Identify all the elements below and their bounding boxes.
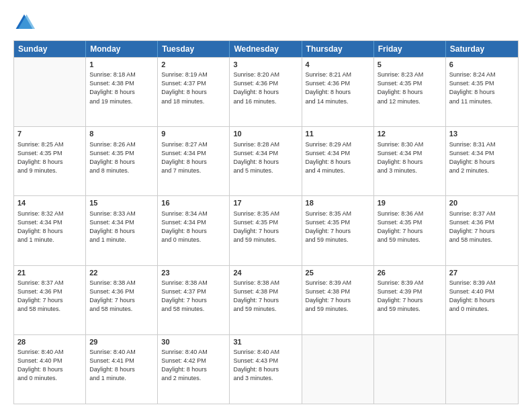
day-number: 19 (378, 198, 442, 208)
week-row-4: 28Sunrise: 8:40 AMSunset: 4:40 PMDayligh… (14, 334, 518, 404)
cal-cell (374, 335, 446, 404)
cell-info: Sunrise: 8:39 AMSunset: 4:40 PMDaylight:… (449, 279, 515, 314)
cell-info: Sunrise: 8:31 AMSunset: 4:34 PMDaylight:… (449, 140, 515, 175)
cal-cell: 19Sunrise: 8:36 AMSunset: 4:35 PMDayligh… (374, 196, 446, 265)
cell-info: Sunrise: 8:27 AMSunset: 4:34 PMDaylight:… (161, 140, 226, 175)
day-number: 8 (89, 129, 154, 139)
cal-cell: 9Sunrise: 8:27 AMSunset: 4:34 PMDaylight… (158, 127, 230, 195)
cell-info: Sunrise: 8:25 AMSunset: 4:35 PMDaylight:… (17, 140, 82, 175)
logo-icon (13, 12, 35, 34)
cell-info: Sunrise: 8:33 AMSunset: 4:34 PMDaylight:… (89, 210, 154, 244)
cal-cell: 23Sunrise: 8:38 AMSunset: 4:37 PMDayligh… (158, 266, 230, 334)
week-row-0: 1Sunrise: 8:18 AMSunset: 4:38 PMDaylight… (14, 57, 518, 126)
cal-cell: 4Sunrise: 8:21 AMSunset: 4:36 PMDaylight… (302, 58, 374, 126)
cell-info: Sunrise: 8:26 AMSunset: 4:35 PMDaylight:… (89, 140, 154, 175)
header-day-tuesday: Tuesday (158, 41, 230, 57)
day-number: 21 (17, 268, 82, 278)
cell-info: Sunrise: 8:18 AMSunset: 4:38 PMDaylight:… (89, 71, 154, 105)
cell-info: Sunrise: 8:21 AMSunset: 4:36 PMDaylight:… (306, 71, 370, 105)
day-number: 28 (17, 337, 82, 347)
cal-cell: 12Sunrise: 8:30 AMSunset: 4:34 PMDayligh… (374, 127, 446, 195)
week-row-1: 7Sunrise: 8:25 AMSunset: 4:35 PMDaylight… (14, 126, 518, 195)
day-number: 11 (306, 129, 370, 139)
cal-cell: 30Sunrise: 8:40 AMSunset: 4:42 PMDayligh… (158, 335, 230, 404)
cal-cell: 11Sunrise: 8:29 AMSunset: 4:34 PMDayligh… (302, 127, 374, 195)
cell-info: Sunrise: 8:37 AMSunset: 4:36 PMDaylight:… (449, 210, 515, 244)
cell-info: Sunrise: 8:29 AMSunset: 4:34 PMDaylight:… (306, 140, 370, 175)
day-number: 14 (17, 198, 82, 208)
day-number: 17 (233, 198, 298, 208)
day-number: 7 (17, 129, 82, 139)
day-number: 9 (161, 129, 226, 139)
cell-info: Sunrise: 8:38 AMSunset: 4:37 PMDaylight:… (161, 279, 226, 314)
week-row-3: 21Sunrise: 8:37 AMSunset: 4:36 PMDayligh… (14, 265, 518, 334)
header-day-wednesday: Wednesday (230, 41, 302, 57)
cell-info: Sunrise: 8:34 AMSunset: 4:34 PMDaylight:… (161, 210, 226, 244)
cell-info: Sunrise: 8:38 AMSunset: 4:36 PMDaylight:… (89, 279, 154, 314)
logo (13, 12, 38, 34)
cal-cell: 2Sunrise: 8:19 AMSunset: 4:37 PMDaylight… (158, 58, 230, 126)
cell-info: Sunrise: 8:38 AMSunset: 4:38 PMDaylight:… (233, 279, 298, 314)
day-number: 22 (89, 268, 154, 278)
day-number: 4 (306, 60, 370, 70)
cell-info: Sunrise: 8:36 AMSunset: 4:35 PMDaylight:… (378, 210, 442, 244)
cal-cell: 22Sunrise: 8:38 AMSunset: 4:36 PMDayligh… (86, 266, 158, 334)
cal-cell: 28Sunrise: 8:40 AMSunset: 4:40 PMDayligh… (14, 335, 86, 404)
cal-cell: 16Sunrise: 8:34 AMSunset: 4:34 PMDayligh… (158, 196, 230, 265)
cell-info: Sunrise: 8:40 AMSunset: 4:43 PMDaylight:… (233, 348, 298, 383)
cell-info: Sunrise: 8:40 AMSunset: 4:41 PMDaylight:… (89, 348, 154, 383)
calendar-body: 1Sunrise: 8:18 AMSunset: 4:38 PMDaylight… (14, 57, 518, 404)
cal-cell: 31Sunrise: 8:40 AMSunset: 4:43 PMDayligh… (230, 335, 302, 404)
cell-info: Sunrise: 8:37 AMSunset: 4:36 PMDaylight:… (17, 279, 82, 314)
cal-cell (302, 335, 374, 404)
cal-cell: 29Sunrise: 8:40 AMSunset: 4:41 PMDayligh… (86, 335, 158, 404)
day-number: 13 (449, 129, 515, 139)
day-number: 26 (378, 268, 442, 278)
cell-info: Sunrise: 8:32 AMSunset: 4:34 PMDaylight:… (17, 210, 82, 244)
cal-cell: 18Sunrise: 8:35 AMSunset: 4:35 PMDayligh… (302, 196, 374, 265)
header-day-thursday: Thursday (302, 41, 374, 57)
cell-info: Sunrise: 8:30 AMSunset: 4:34 PMDaylight:… (378, 140, 442, 175)
cell-info: Sunrise: 8:40 AMSunset: 4:40 PMDaylight:… (17, 348, 82, 383)
day-number: 6 (449, 60, 515, 70)
cell-info: Sunrise: 8:35 AMSunset: 4:35 PMDaylight:… (306, 210, 370, 244)
cell-info: Sunrise: 8:40 AMSunset: 4:42 PMDaylight:… (161, 348, 226, 383)
cal-cell: 6Sunrise: 8:24 AMSunset: 4:35 PMDaylight… (446, 58, 518, 126)
cal-cell: 10Sunrise: 8:28 AMSunset: 4:34 PMDayligh… (230, 127, 302, 195)
week-row-2: 14Sunrise: 8:32 AMSunset: 4:34 PMDayligh… (14, 195, 518, 265)
cal-cell: 20Sunrise: 8:37 AMSunset: 4:36 PMDayligh… (446, 196, 518, 265)
day-number: 12 (378, 129, 442, 139)
day-number: 30 (161, 337, 226, 347)
header-day-sunday: Sunday (14, 41, 86, 57)
cell-info: Sunrise: 8:35 AMSunset: 4:35 PMDaylight:… (233, 210, 298, 244)
cal-cell: 14Sunrise: 8:32 AMSunset: 4:34 PMDayligh… (14, 196, 86, 265)
cal-cell: 3Sunrise: 8:20 AMSunset: 4:36 PMDaylight… (230, 58, 302, 126)
day-number: 1 (89, 60, 154, 70)
cell-info: Sunrise: 8:23 AMSunset: 4:35 PMDaylight:… (378, 71, 442, 105)
cal-cell: 7Sunrise: 8:25 AMSunset: 4:35 PMDaylight… (14, 127, 86, 195)
day-number: 16 (161, 198, 226, 208)
cal-cell (14, 58, 86, 126)
calendar-header: SundayMondayTuesdayWednesdayThursdayFrid… (14, 41, 518, 57)
day-number: 20 (449, 198, 515, 208)
cal-cell: 25Sunrise: 8:39 AMSunset: 4:38 PMDayligh… (302, 266, 374, 334)
day-number: 3 (233, 60, 298, 70)
cal-cell: 15Sunrise: 8:33 AMSunset: 4:34 PMDayligh… (86, 196, 158, 265)
page: SundayMondayTuesdayWednesdayThursdayFrid… (0, 0, 532, 411)
cal-cell: 1Sunrise: 8:18 AMSunset: 4:38 PMDaylight… (86, 58, 158, 126)
cal-cell: 5Sunrise: 8:23 AMSunset: 4:35 PMDaylight… (374, 58, 446, 126)
cell-info: Sunrise: 8:19 AMSunset: 4:37 PMDaylight:… (161, 71, 226, 105)
day-number: 18 (306, 198, 370, 208)
day-number: 24 (233, 268, 298, 278)
cell-info: Sunrise: 8:28 AMSunset: 4:34 PMDaylight:… (233, 140, 298, 175)
cell-info: Sunrise: 8:39 AMSunset: 4:38 PMDaylight:… (306, 279, 370, 314)
day-number: 31 (233, 337, 298, 347)
day-number: 5 (378, 60, 442, 70)
day-number: 2 (161, 60, 226, 70)
day-number: 29 (89, 337, 154, 347)
cal-cell: 13Sunrise: 8:31 AMSunset: 4:34 PMDayligh… (446, 127, 518, 195)
cal-cell: 21Sunrise: 8:37 AMSunset: 4:36 PMDayligh… (14, 266, 86, 334)
cal-cell (446, 335, 518, 404)
cal-cell: 24Sunrise: 8:38 AMSunset: 4:38 PMDayligh… (230, 266, 302, 334)
day-number: 23 (161, 268, 226, 278)
